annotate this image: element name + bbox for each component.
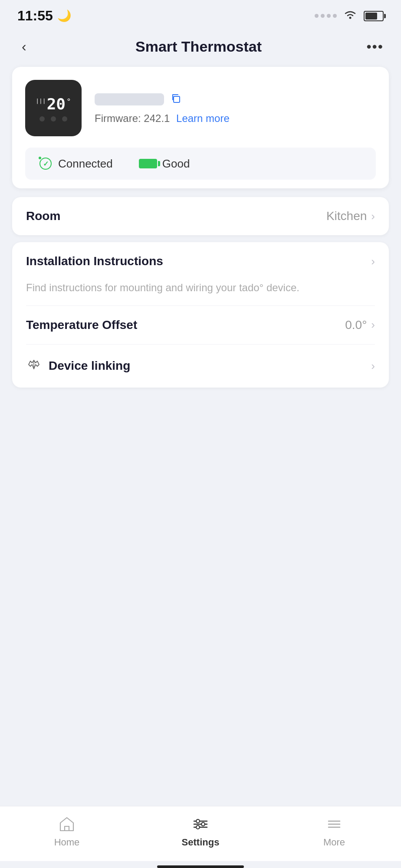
- device-meta: Firmware: 242.1 Learn more: [95, 92, 376, 125]
- chevron-right-icon: ›: [371, 255, 375, 268]
- nav-settings[interactable]: Settings: [134, 815, 267, 848]
- room-section: Room Kitchen ›: [12, 197, 389, 235]
- thermostat-controls: [36, 116, 71, 122]
- more-icon: [323, 815, 345, 833]
- installation-title: Installation Instructions: [26, 254, 163, 268]
- nav-home[interactable]: Home: [0, 815, 134, 848]
- learn-more-link[interactable]: Learn more: [176, 112, 230, 124]
- svg-point-7: [196, 819, 200, 823]
- nav-more[interactable]: More: [267, 815, 401, 848]
- room-value: Kitchen: [326, 209, 367, 223]
- room-value-row: Kitchen ›: [326, 209, 375, 223]
- thermostat-unit: °: [66, 97, 71, 106]
- status-row: ✓ Connected Good: [25, 148, 376, 180]
- device-name-row: [95, 92, 376, 107]
- device-info-row: ||| 20 °: [25, 80, 376, 136]
- temperature-offset-title: Temperature Offset: [26, 318, 137, 332]
- wifi-icon: [343, 8, 358, 23]
- room-title: Room: [26, 209, 60, 223]
- thermostat-screen: ||| 20 °: [36, 95, 71, 122]
- settings-section: Installation Instructions › Find instruc…: [12, 242, 389, 388]
- svg-rect-3: [65, 826, 69, 831]
- status-bar: 11:55 🌙: [0, 0, 401, 28]
- connected-label: Connected: [58, 157, 113, 171]
- moon-icon: 🌙: [57, 9, 71, 23]
- device-linking-item[interactable]: Device linking ›: [12, 345, 389, 388]
- settings-label: Settings: [182, 837, 220, 848]
- installation-item[interactable]: Installation Instructions ›: [12, 242, 389, 280]
- home-icon: [56, 815, 78, 833]
- settings-icon: [189, 815, 212, 833]
- svg-point-9: [196, 825, 200, 829]
- temperature-offset-value: 0.0°: [345, 318, 367, 332]
- chevron-right-icon: ›: [371, 359, 375, 373]
- battery-label: Good: [162, 157, 190, 171]
- device-card: ||| 20 °: [12, 67, 389, 188]
- device-name-placeholder: [95, 93, 164, 105]
- battery-icon: [364, 11, 384, 21]
- device-linking-title: Device linking: [49, 359, 130, 373]
- home-label: Home: [54, 837, 80, 848]
- thermostat-image: ||| 20 °: [25, 80, 82, 136]
- firmware-label: Firmware: 242.1: [95, 112, 170, 124]
- temperature-value-row: 0.0° ›: [345, 318, 375, 332]
- signal-icon: [315, 14, 337, 18]
- connected-status: ✓ Connected: [38, 156, 113, 171]
- svg-rect-1: [174, 96, 180, 102]
- header: ‹ Smart Thermostat •••: [0, 28, 401, 67]
- bottom-nav: Home Settings More: [0, 806, 401, 861]
- more-label: More: [323, 837, 345, 848]
- svg-point-8: [201, 822, 205, 826]
- page-title: Smart Thermostat: [135, 38, 262, 55]
- device-linking-left: Device linking: [26, 357, 130, 375]
- back-button[interactable]: ‹: [17, 37, 31, 56]
- chevron-right-icon: ›: [371, 210, 375, 223]
- device-link-icon: [26, 357, 42, 375]
- more-options-button[interactable]: •••: [366, 39, 384, 55]
- room-item[interactable]: Room Kitchen ›: [12, 197, 389, 235]
- status-time: 11:55: [17, 8, 53, 24]
- firmware-row: Firmware: 242.1 Learn more: [95, 112, 376, 125]
- battery-status: Good: [139, 157, 190, 171]
- temperature-offset-item[interactable]: Temperature Offset 0.0° ›: [12, 306, 389, 344]
- copy-icon[interactable]: [170, 92, 182, 107]
- thermostat-temp: 20: [47, 95, 66, 113]
- status-right: [315, 8, 384, 23]
- svg-point-0: [349, 17, 352, 19]
- chevron-right-icon: ›: [371, 318, 375, 332]
- connected-icon: ✓: [38, 156, 53, 171]
- battery-good-icon: [139, 159, 157, 168]
- home-indicator: [157, 865, 244, 868]
- status-left: 11:55 🌙: [17, 8, 71, 24]
- installation-subtitle: Find instructions for mounting and wirin…: [12, 280, 389, 306]
